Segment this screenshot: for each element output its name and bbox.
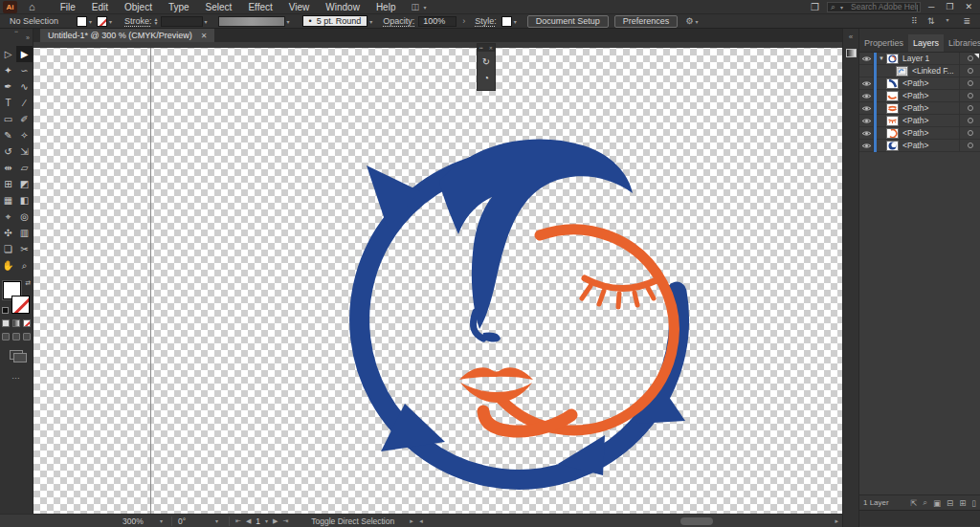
layer-thumbnail[interactable] bbox=[886, 116, 899, 126]
stroke-swatch[interactable] bbox=[11, 296, 30, 314]
rotate-view-icon[interactable]: ↻ bbox=[482, 56, 490, 67]
opacity-field[interactable]: 100% bbox=[418, 16, 457, 27]
expand-layer-icon[interactable]: ▼ bbox=[879, 55, 886, 61]
illustrator-app-icon[interactable]: Ai bbox=[3, 1, 17, 13]
artboard-number[interactable]: 1 bbox=[256, 516, 260, 526]
menu-help[interactable]: Help bbox=[376, 2, 396, 12]
layer-row-path-lashes[interactable]: <Path> bbox=[859, 115, 980, 127]
chevron-down-icon[interactable]: ▾ bbox=[369, 18, 372, 25]
color-mode-button[interactable] bbox=[2, 319, 10, 327]
column-graph-tool[interactable]: ▥ bbox=[16, 225, 33, 241]
canvas[interactable]: •• ✕ ↻ ◔ bbox=[33, 42, 842, 514]
workspace-switcher-icon[interactable]: ◫ ▾ bbox=[411, 2, 431, 11]
hand-tool[interactable]: ✋ bbox=[0, 257, 16, 274]
shaper-tool[interactable]: ✧ bbox=[16, 127, 33, 143]
document-tab[interactable]: Untitled-1* @ 300 % (CMYK/Preview) ✕ bbox=[40, 29, 214, 42]
horizontal-scrollbar[interactable]: ▸ ◂ ▸ bbox=[408, 515, 842, 527]
layer-name[interactable]: Layer 1 bbox=[902, 54, 959, 63]
lasso-tool[interactable]: ∽ bbox=[16, 62, 33, 78]
shape-builder-tool[interactable]: ⊞ bbox=[0, 176, 16, 192]
brush-definition[interactable]: • 5 pt. Round bbox=[302, 15, 368, 27]
opacity-label[interactable]: Opacity: bbox=[383, 16, 414, 26]
last-artboard-icon[interactable]: ⇥ bbox=[282, 517, 288, 525]
menu-window[interactable]: Window bbox=[325, 2, 360, 12]
none-mode-button[interactable] bbox=[23, 319, 31, 327]
selection-tool[interactable]: ▶ bbox=[16, 46, 33, 62]
visibility-toggle[interactable] bbox=[859, 65, 874, 77]
chevron-down-icon[interactable]: ▾ bbox=[265, 517, 268, 524]
previous-artboard-icon[interactable]: ◀ bbox=[246, 517, 251, 525]
arrange-documents-icon[interactable]: ❐ bbox=[811, 2, 819, 12]
expand-tools-icon[interactable]: » bbox=[26, 34, 30, 41]
target-cell[interactable] bbox=[959, 140, 980, 152]
layer-row-path-ring[interactable]: <Path> bbox=[859, 140, 980, 152]
search-input[interactable] bbox=[851, 2, 918, 11]
settings-icon[interactable]: ⚙ bbox=[685, 16, 693, 26]
layer-row-path-nose[interactable]: <Path> bbox=[859, 77, 980, 90]
slice-tool[interactable]: ✂ bbox=[16, 241, 33, 257]
scroll-right-icon[interactable]: ▸ bbox=[410, 517, 413, 525]
restore-button[interactable]: ❐ bbox=[946, 2, 953, 11]
default-fill-stroke-icon[interactable] bbox=[2, 307, 9, 314]
scrollbar-thumb[interactable] bbox=[680, 517, 713, 525]
minimize-button[interactable]: ─ bbox=[928, 2, 934, 11]
visibility-toggle[interactable] bbox=[859, 140, 874, 152]
target-cell[interactable] bbox=[959, 77, 980, 90]
gradient-tool[interactable]: ◧ bbox=[16, 192, 33, 209]
layer-name[interactable]: <Path> bbox=[902, 128, 959, 138]
expand-panels-icon[interactable]: « bbox=[843, 33, 858, 41]
blend-tool[interactable]: ◎ bbox=[16, 209, 33, 225]
stroke-label[interactable]: Stroke: bbox=[124, 16, 152, 26]
change-screen-mode-icon[interactable] bbox=[10, 350, 23, 360]
layer-name[interactable]: <Linked F... bbox=[912, 66, 959, 76]
curvature-tool[interactable]: ∿ bbox=[16, 78, 33, 95]
perspective-grid-tool[interactable]: ◩ bbox=[16, 176, 33, 192]
layer-thumbnail[interactable] bbox=[886, 91, 899, 101]
logo-artwork[interactable] bbox=[33, 42, 842, 514]
menu-view[interactable]: View bbox=[289, 2, 310, 12]
preferences-button[interactable]: Preferences bbox=[614, 15, 679, 28]
locate-object-icon[interactable]: ⌕ bbox=[923, 497, 927, 508]
floating-tool-widget[interactable]: •• ✕ ↻ ◔ bbox=[477, 43, 496, 91]
menu-object[interactable]: Object bbox=[124, 2, 152, 12]
widget-close-icon[interactable]: ✕ bbox=[489, 45, 493, 51]
stroke-weight-field[interactable] bbox=[161, 16, 203, 27]
chevron-down-icon[interactable]: ▾ bbox=[205, 18, 208, 25]
new-sublayer-icon[interactable]: ⊟ bbox=[947, 498, 953, 508]
draw-normal-button[interactable] bbox=[2, 333, 10, 340]
pen-tool[interactable]: ✒ bbox=[0, 78, 16, 95]
visibility-toggle[interactable] bbox=[859, 90, 874, 102]
layer-row-path-circle[interactable]: <Path> bbox=[859, 127, 980, 140]
visibility-toggle[interactable] bbox=[859, 102, 874, 115]
list-view-icon[interactable]: ≣ bbox=[963, 16, 970, 26]
variable-width-profile[interactable] bbox=[218, 16, 285, 27]
layer-thumbnail[interactable] bbox=[886, 78, 899, 89]
menu-select[interactable]: Select bbox=[206, 2, 233, 12]
document-setup-button[interactable]: Document Setup bbox=[527, 15, 609, 28]
menu-type[interactable]: Type bbox=[168, 2, 189, 12]
stroke-color-swatch[interactable] bbox=[97, 16, 107, 27]
layer-thumbnail[interactable] bbox=[896, 66, 908, 77]
layer-name[interactable]: <Path> bbox=[902, 103, 959, 113]
rotation-control[interactable]: 0° ▾ bbox=[172, 516, 230, 526]
line-segment-tool[interactable]: ∕ bbox=[16, 95, 33, 111]
menu-file[interactable]: File bbox=[60, 2, 76, 12]
zoom-level-control[interactable]: 300% ▾ bbox=[122, 516, 172, 526]
tab-layers[interactable]: Layers bbox=[908, 34, 944, 52]
home-icon[interactable]: ⌂ bbox=[29, 1, 35, 12]
scale-tool[interactable]: ⇲ bbox=[16, 143, 33, 160]
opacity-options-icon[interactable]: › bbox=[462, 16, 465, 26]
help-search-box[interactable]: ⌕ ▾ bbox=[827, 2, 921, 12]
visibility-toggle[interactable] bbox=[859, 115, 874, 127]
layer-thumbnail[interactable] bbox=[886, 128, 899, 139]
zoom-tool[interactable]: ⌕ bbox=[16, 257, 33, 274]
layer-name[interactable]: <Path> bbox=[902, 91, 959, 100]
widget-grip-icon[interactable]: •• bbox=[479, 45, 483, 51]
layer-row-linked-file[interactable]: <Linked F... bbox=[859, 65, 980, 77]
artboard-tool[interactable]: ❏ bbox=[0, 241, 16, 257]
free-transform-tool[interactable]: ▱ bbox=[16, 160, 33, 176]
clipping-mask-icon[interactable]: ▣ bbox=[933, 498, 941, 508]
mesh-tool[interactable]: ▦ bbox=[0, 192, 16, 209]
rotate-tool[interactable]: ↺ bbox=[0, 143, 16, 160]
menu-edit[interactable]: Edit bbox=[92, 2, 108, 12]
